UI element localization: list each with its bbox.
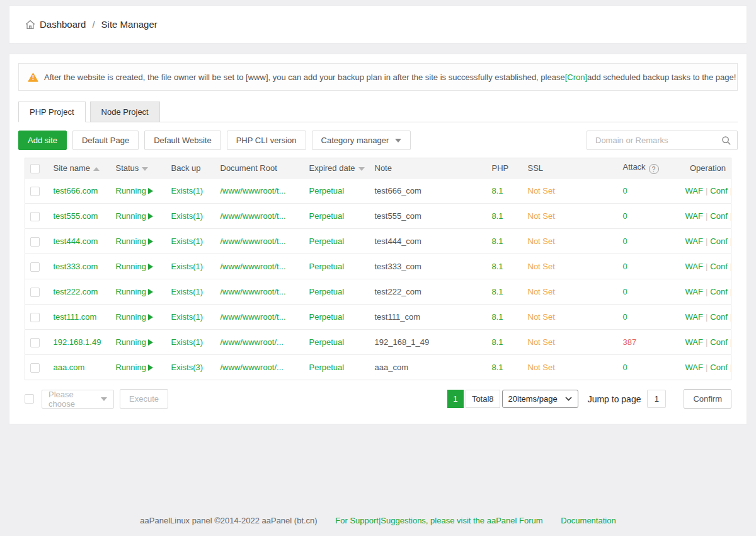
expired-date-link[interactable]: Perpetual <box>309 262 345 271</box>
expired-date-link[interactable]: Perpetual <box>309 186 345 195</box>
default-website-button[interactable]: Default Website <box>144 131 221 150</box>
search-icon[interactable] <box>721 136 731 146</box>
document-root-link[interactable]: /www/wwwroot/t... <box>220 186 286 195</box>
site-name-link[interactable]: test555.com <box>54 211 98 221</box>
breadcrumb-dashboard[interactable]: Dashboard <box>40 19 86 30</box>
tab-php-project[interactable]: PHP Project <box>18 102 86 122</box>
document-root-link[interactable]: /www/wwwroot/t... <box>220 211 286 221</box>
status-cell[interactable]: Running <box>111 355 166 380</box>
status-cell[interactable]: Running <box>111 330 166 355</box>
site-name-link[interactable]: test444.com <box>54 236 98 246</box>
jump-to-page-input[interactable] <box>647 390 666 408</box>
col-expired-date[interactable]: Expired date <box>304 158 370 178</box>
site-name-link[interactable]: aaa.com <box>54 363 85 372</box>
row-checkbox[interactable] <box>30 313 40 322</box>
document-root-link[interactable]: /www/wwwroot/t... <box>220 287 286 296</box>
ssl-link[interactable]: Not Set <box>528 363 555 372</box>
row-checkbox[interactable] <box>30 288 40 297</box>
conf-link[interactable]: Conf <box>710 363 727 372</box>
conf-link[interactable]: Conf <box>710 236 727 246</box>
forum-link[interactable]: For Support|Suggestions, please visit th… <box>335 516 542 525</box>
select-all-checkbox[interactable] <box>30 164 40 173</box>
batch-select-checkbox[interactable] <box>25 394 34 404</box>
note-cell[interactable]: test555_com <box>370 204 487 229</box>
waf-link[interactable]: WAF <box>685 186 703 195</box>
ssl-link[interactable]: Not Set <box>528 186 555 195</box>
document-root-link[interactable]: /www/wwwroot/... <box>220 337 284 347</box>
note-cell[interactable]: test444_com <box>370 229 487 254</box>
note-cell[interactable]: test333_com <box>370 254 487 279</box>
backup-link[interactable]: Exists(1) <box>171 337 203 347</box>
row-checkbox[interactable] <box>30 237 40 247</box>
expired-date-link[interactable]: Perpetual <box>309 312 345 322</box>
ssl-link[interactable]: Not Set <box>528 312 555 322</box>
site-name-link[interactable]: test222.com <box>54 287 98 296</box>
backup-link[interactable]: Exists(1) <box>171 262 203 271</box>
note-cell[interactable]: test222_com <box>370 279 487 305</box>
note-cell[interactable]: aaa_com <box>370 355 487 380</box>
site-name-link[interactable]: test111.com <box>54 312 97 322</box>
php-version-link[interactable]: 8.1 <box>492 337 503 347</box>
backup-link[interactable]: Exists(1) <box>171 186 203 195</box>
php-version-link[interactable]: 8.1 <box>492 211 503 221</box>
conf-link[interactable]: Conf <box>710 312 727 322</box>
waf-link[interactable]: WAF <box>685 337 703 347</box>
category-manager-dropdown[interactable]: Category manager <box>312 131 411 150</box>
note-cell[interactable]: test666_com <box>370 178 487 204</box>
conf-link[interactable]: Conf <box>710 186 727 195</box>
confirm-button[interactable]: Confirm <box>684 389 731 409</box>
execute-button[interactable]: Execute <box>120 389 168 409</box>
default-page-button[interactable]: Default Page <box>72 131 139 150</box>
document-root-link[interactable]: /www/wwwroot/t... <box>220 262 286 271</box>
col-site-name[interactable]: Site name <box>49 158 111 178</box>
backup-link[interactable]: Exists(1) <box>171 211 203 221</box>
status-cell[interactable]: Running <box>111 229 166 254</box>
ssl-link[interactable]: Not Set <box>528 337 555 347</box>
status-cell[interactable]: Running <box>111 305 166 330</box>
waf-link[interactable]: WAF <box>685 312 703 322</box>
help-icon[interactable]: ? <box>649 164 659 174</box>
php-version-link[interactable]: 8.1 <box>492 287 503 296</box>
status-cell[interactable]: Running <box>111 279 166 305</box>
php-version-link[interactable]: 8.1 <box>492 236 503 246</box>
waf-link[interactable]: WAF <box>685 236 703 246</box>
cron-link[interactable]: [Cron] <box>565 73 587 82</box>
row-checkbox[interactable] <box>30 363 40 373</box>
expired-date-link[interactable]: Perpetual <box>309 287 345 296</box>
batch-action-select[interactable]: Please choose <box>42 390 114 409</box>
conf-link[interactable]: Conf <box>710 211 727 221</box>
waf-link[interactable]: WAF <box>685 211 703 221</box>
ssl-link[interactable]: Not Set <box>528 287 555 296</box>
ssl-link[interactable]: Not Set <box>528 211 555 221</box>
php-version-link[interactable]: 8.1 <box>492 363 503 372</box>
page-1-button[interactable]: 1 <box>447 390 464 408</box>
expired-date-link[interactable]: Perpetual <box>309 337 345 347</box>
home-icon[interactable] <box>25 19 36 30</box>
conf-link[interactable]: Conf <box>710 287 727 296</box>
backup-link[interactable]: Exists(1) <box>171 312 203 322</box>
status-cell[interactable]: Running <box>111 178 166 204</box>
ssl-link[interactable]: Not Set <box>528 262 555 271</box>
site-name-link[interactable]: test333.com <box>54 262 98 271</box>
waf-link[interactable]: WAF <box>685 262 703 271</box>
waf-link[interactable]: WAF <box>685 287 703 296</box>
add-site-button[interactable]: Add site <box>18 131 67 150</box>
note-cell[interactable]: 192_168_1_49 <box>370 330 487 355</box>
document-root-link[interactable]: /www/wwwroot/t... <box>220 312 286 322</box>
ssl-link[interactable]: Not Set <box>528 236 555 246</box>
document-root-link[interactable]: /www/wwwroot/t... <box>220 236 286 246</box>
tab-node-project[interactable]: Node Project <box>90 102 160 122</box>
waf-link[interactable]: WAF <box>685 363 703 372</box>
documentation-link[interactable]: Documentation <box>561 516 616 525</box>
document-root-link[interactable]: /www/wwwroot/... <box>220 363 284 372</box>
site-name-link[interactable]: 192.168.1.49 <box>54 337 101 347</box>
conf-link[interactable]: Conf <box>710 262 727 271</box>
backup-link[interactable]: Exists(1) <box>171 236 203 246</box>
row-checkbox[interactable] <box>30 212 40 221</box>
php-version-link[interactable]: 8.1 <box>492 262 503 271</box>
conf-link[interactable]: Conf <box>710 337 727 347</box>
backup-link[interactable]: Exists(1) <box>171 287 203 296</box>
site-name-link[interactable]: test666.com <box>54 186 98 195</box>
status-cell[interactable]: Running <box>111 254 166 279</box>
sort-desc-icon[interactable] <box>142 167 148 171</box>
